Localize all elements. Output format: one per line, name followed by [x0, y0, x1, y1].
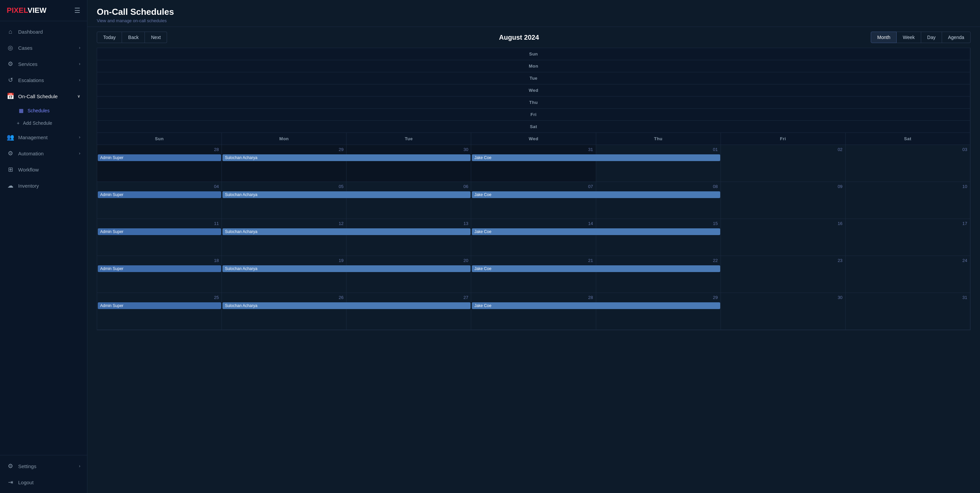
calendar-event[interactable]: Sulochan Acharya	[223, 228, 471, 235]
cal-day-header: Thu	[97, 97, 970, 108]
calendar-event[interactable]: Sulochan Acharya	[223, 191, 471, 198]
calendar-day: 15	[596, 219, 721, 256]
view-month-button[interactable]: Month	[871, 32, 897, 43]
view-agenda-button[interactable]: Agenda	[942, 32, 970, 43]
chevron-right-icon: ›	[79, 135, 80, 140]
sidebar-item-label: Services	[18, 61, 38, 67]
sidebar-item-inventory[interactable]: ☁ Inventory	[0, 177, 87, 194]
cal-day-header: Sun	[97, 133, 222, 145]
sidebar-item-services[interactable]: ⚙ Services ›	[0, 56, 87, 72]
escalations-icon: ↺	[7, 77, 14, 84]
sidebar-item-settings[interactable]: ⚙ Settings ›	[0, 458, 87, 474]
calendar-day: 19	[222, 256, 347, 293]
sidebar-item-escalations[interactable]: ↺ Escalations ›	[0, 72, 87, 88]
calendar-event[interactable]: Jake Coe	[472, 191, 720, 198]
calendar-event[interactable]: Admin Super	[98, 265, 221, 272]
calendar-month-label: August 2024	[167, 34, 871, 41]
calendar-day: 29	[596, 293, 721, 330]
cal-day-header: Fri	[721, 133, 846, 145]
hamburger-icon[interactable]: ☰	[74, 6, 80, 14]
calendar-day: 21	[471, 256, 596, 293]
management-icon: 👥	[7, 134, 14, 141]
sidebar: PIXELVIEW ☰ ⌂ Dashboard ◎ Cases › ⚙ Serv…	[0, 0, 88, 493]
sidebar-item-management[interactable]: 👥 Management ›	[0, 129, 87, 145]
day-number: 21	[474, 258, 593, 263]
sidebar-item-label: Automation	[18, 151, 44, 156]
sidebar-add-schedule[interactable]: + Add Schedule	[0, 117, 87, 129]
today-button[interactable]: Today	[97, 32, 122, 43]
calendar-event[interactable]: Admin Super	[98, 191, 221, 198]
next-button[interactable]: Next	[145, 32, 167, 43]
back-button[interactable]: Back	[122, 32, 145, 43]
cal-day-header: Sat	[846, 133, 970, 145]
day-number: 20	[349, 258, 468, 263]
calendar-event[interactable]: Jake Coe	[472, 265, 720, 272]
chevron-right-icon: ›	[79, 464, 80, 469]
calendar-day: 31	[846, 293, 970, 330]
calendar-day: 29	[222, 145, 347, 182]
sidebar-add-label: Add Schedule	[23, 120, 52, 126]
calendar-event[interactable]: Admin Super	[98, 302, 221, 309]
chevron-down-icon: ∨	[77, 94, 80, 99]
calendar-event[interactable]: Sulochan Acharya	[223, 265, 471, 272]
day-number: 13	[349, 221, 468, 226]
view-week-button[interactable]: Week	[897, 32, 921, 43]
calendar-day: 01	[596, 145, 721, 182]
inventory-icon: ☁	[7, 182, 14, 189]
day-number: 16	[724, 221, 843, 226]
cal-day-header: Thu	[596, 133, 721, 145]
day-number: 03	[848, 147, 967, 152]
chevron-right-icon: ›	[79, 45, 80, 50]
calendar-day: 09	[721, 182, 846, 219]
calendar-day: 05	[222, 182, 347, 219]
calendar-event[interactable]: Admin Super	[98, 228, 221, 235]
day-number: 18	[100, 258, 219, 263]
sidebar-item-label: Management	[18, 134, 48, 140]
calendar-day: 08	[596, 182, 721, 219]
sidebar-item-on-call-schedule[interactable]: 📅 On-Call Schedule ∨	[0, 88, 87, 104]
calendar-day: 17	[846, 219, 970, 256]
calendar-day: 07	[471, 182, 596, 219]
sidebar-item-cases[interactable]: ◎ Cases ›	[0, 40, 87, 56]
nav-main: ⌂ Dashboard ◎ Cases › ⚙ Services › ↺ Esc…	[0, 21, 87, 196]
view-day-button[interactable]: Day	[921, 32, 942, 43]
calendar-day: 22	[596, 256, 721, 293]
sidebar-item-schedules[interactable]: ▦ Schedules	[0, 104, 87, 117]
calendar-event[interactable]: Jake Coe	[472, 228, 720, 235]
calendar-event[interactable]: Jake Coe	[472, 154, 720, 161]
sidebar-item-workflow[interactable]: ⊞ Workflow	[0, 161, 87, 177]
sidebar-item-label: Dashboard	[18, 29, 43, 35]
calendar-icon: 📅	[7, 93, 14, 100]
sidebar-item-label: On-Call Schedule	[18, 94, 58, 99]
sidebar-item-dashboard[interactable]: ⌂ Dashboard	[0, 24, 87, 40]
day-number: 24	[848, 258, 967, 263]
calendar-day: 12	[222, 219, 347, 256]
day-number: 01	[599, 147, 718, 152]
logo-pixel: PIXEL	[7, 6, 27, 14]
calendar-day: 16	[721, 219, 846, 256]
calendar-day: 18	[97, 256, 222, 293]
sidebar-item-automation[interactable]: ⚙ Automation ›	[0, 145, 87, 161]
calendar-day: 14	[471, 219, 596, 256]
calendar-event[interactable]: Sulochan Acharya	[223, 302, 471, 309]
sidebar-item-label: Escalations	[18, 77, 44, 83]
sidebar-item-logout[interactable]: ⇥ Logout	[0, 474, 87, 490]
calendar-event[interactable]: Admin Super	[98, 154, 221, 161]
page-title: On-Call Schedules	[97, 7, 970, 17]
calendar-event[interactable]: Jake Coe	[472, 302, 720, 309]
day-number: 31	[474, 147, 593, 152]
calendar-day: 10	[846, 182, 970, 219]
calendar-week-row: 25262728293031Admin SuperSulochan Achary…	[97, 293, 970, 330]
day-number: 15	[599, 221, 718, 226]
logo[interactable]: PIXELVIEW	[7, 6, 46, 15]
cal-day-header: Wed	[97, 85, 970, 97]
cal-day-header: Mon	[97, 60, 970, 72]
day-number: 26	[224, 295, 344, 300]
calendar-event[interactable]: Sulochan Acharya	[223, 154, 471, 161]
day-number: 05	[224, 184, 344, 189]
day-number: 23	[724, 258, 843, 263]
day-number: 22	[599, 258, 718, 263]
cal-day-header: Mon	[222, 133, 347, 145]
day-number: 02	[724, 147, 843, 152]
cal-day-header: Sun	[97, 48, 970, 60]
